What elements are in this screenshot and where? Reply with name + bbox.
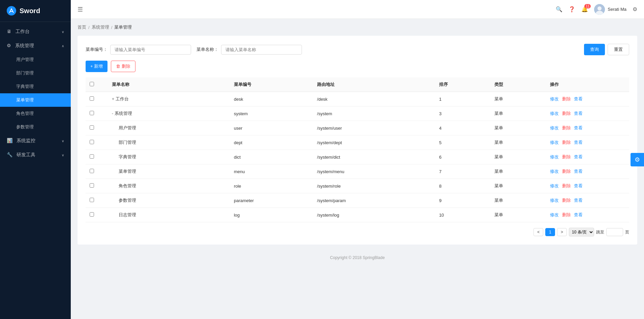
reset-button[interactable]: 重置 [608, 44, 629, 55]
edit-link-6[interactable]: 修改 [550, 183, 559, 188]
sidebar-group-header-system[interactable]: ⚙ 系统管理 ∧ [0, 39, 71, 53]
edit-link-3[interactable]: 修改 [550, 140, 559, 145]
filter-code-input[interactable] [110, 45, 191, 55]
jump-input[interactable] [606, 228, 623, 236]
main-card: 菜单编号： 菜单名称： 查询 重置 + 新增 🗑 删除 [78, 36, 637, 245]
delete-link-5[interactable]: 删除 [562, 169, 571, 174]
view-link-0[interactable]: 查看 [574, 96, 583, 101]
delete-button[interactable]: 🗑 删除 [111, 61, 135, 72]
row-type-8: 菜单 [490, 208, 546, 222]
delete-link-6[interactable]: 删除 [562, 183, 571, 188]
table-row: +工作台 desk /desk 1 菜单 修改 删除 查看 [86, 92, 629, 106]
sidebar-item-param[interactable]: 参数管理 [0, 120, 71, 134]
view-link-8[interactable]: 查看 [574, 212, 583, 217]
row-checkbox-6[interactable] [90, 183, 94, 188]
edit-link-8[interactable]: 修改 [550, 212, 559, 217]
row-checkbox-0[interactable] [90, 96, 94, 101]
row-name-6: 角色管理 [108, 179, 230, 193]
search-button[interactable]: 🔍 [556, 6, 562, 12]
row-type-5: 菜单 [490, 164, 546, 179]
sidebar-group-header-workbench[interactable]: 🖥 工作台 ∨ [0, 25, 71, 39]
sidebar-item-dept[interactable]: 部门管理 [0, 66, 71, 80]
row-type-2: 菜单 [490, 121, 546, 135]
delete-link-4[interactable]: 删除 [562, 154, 571, 159]
filter-name-input[interactable] [221, 45, 302, 55]
edit-link-0[interactable]: 修改 [550, 96, 559, 101]
edit-link-1[interactable]: 修改 [550, 111, 559, 116]
edit-link-7[interactable]: 修改 [550, 198, 559, 203]
sidebar-item-dict[interactable]: 字典管理 [0, 80, 71, 93]
row-action-2: 修改 删除 查看 [546, 121, 629, 135]
delete-link-8[interactable]: 删除 [562, 212, 571, 217]
page-1-button[interactable]: 1 [545, 228, 555, 236]
row-checkbox-5[interactable] [90, 169, 94, 173]
view-link-1[interactable]: 查看 [574, 111, 583, 116]
sidebar-group-system: ⚙ 系统管理 ∧ 用户管理 部门管理 字典管理 菜单管理 [0, 39, 71, 134]
edit-link-4[interactable]: 修改 [550, 154, 559, 159]
sidebar: Sword 🖥 工作台 ∨ ⚙ 系统管理 ∧ [0, 0, 71, 319]
notification-badge: 11 [584, 4, 591, 8]
workbench-icon: 🖥 [7, 29, 11, 34]
row-action-5: 修改 删除 查看 [546, 164, 629, 179]
row-checkbox-7[interactable] [90, 198, 94, 202]
delete-link-3[interactable]: 删除 [562, 140, 571, 145]
menu-toggle-button[interactable]: ☰ [78, 6, 83, 13]
row-checkbox-cell [86, 150, 108, 164]
edit-link-5[interactable]: 修改 [550, 169, 559, 174]
help-button[interactable]: ❓ [569, 6, 575, 12]
row-checkbox-cell [86, 106, 108, 121]
sidebar-group-header-devtools[interactable]: 🔧 研发工具 ∨ [0, 148, 71, 162]
settings-icon[interactable]: ⚙ [633, 6, 637, 12]
sidebar-group-label-devtools: 研发工具 [17, 152, 35, 157]
float-settings-button[interactable]: ⚙ [631, 153, 644, 166]
delete-link-7[interactable]: 删除 [562, 198, 571, 203]
tree-toggle[interactable]: - [112, 111, 113, 116]
row-sort-4: 6 [435, 150, 491, 164]
row-path-5: /system/menu [313, 164, 435, 179]
edit-link-2[interactable]: 修改 [550, 125, 559, 130]
breadcrumb-home[interactable]: 首页 [78, 24, 86, 30]
sidebar-item-user[interactable]: 用户管理 [0, 53, 71, 66]
view-link-5[interactable]: 查看 [574, 169, 583, 174]
row-name-1: -系统管理 [108, 106, 230, 121]
search-button[interactable]: 查询 [584, 44, 605, 55]
row-code-3: dept [230, 135, 313, 150]
user-menu-button[interactable]: Serati Ma [594, 4, 626, 15]
view-link-4[interactable]: 查看 [574, 154, 583, 159]
th-sort: 排序 [435, 77, 491, 92]
view-link-3[interactable]: 查看 [574, 140, 583, 145]
row-checkbox-8[interactable] [90, 212, 94, 217]
row-action-7: 修改 删除 查看 [546, 193, 629, 208]
breadcrumb-system[interactable]: 系统管理 [92, 24, 109, 30]
per-page-select[interactable]: 10 条/页20 条/页50 条/页 [569, 228, 594, 236]
next-page-button[interactable]: > [557, 228, 567, 236]
tree-toggle[interactable]: + [112, 96, 115, 101]
row-path-3: /system/dept [313, 135, 435, 150]
view-link-2[interactable]: 查看 [574, 125, 583, 130]
view-link-7[interactable]: 查看 [574, 198, 583, 203]
topbar-actions: 🔍 ❓ 🔔 11 Serati Ma ⚙ [556, 4, 637, 15]
row-checkbox-1[interactable] [90, 111, 94, 115]
row-checkbox-3[interactable] [90, 140, 94, 144]
delete-link-1[interactable]: 删除 [562, 111, 571, 116]
row-checkbox-cell [86, 92, 108, 106]
prev-page-button[interactable]: < [533, 228, 543, 236]
row-checkbox-2[interactable] [90, 125, 94, 130]
sidebar-item-menu[interactable]: 菜单管理 [0, 93, 71, 107]
notification-button[interactable]: 🔔 11 [581, 6, 588, 12]
row-path-0: /desk [313, 92, 435, 106]
row-path-1: /system [313, 106, 435, 121]
row-name-4: 字典管理 [108, 150, 230, 164]
delete-link-2[interactable]: 删除 [562, 125, 571, 130]
sidebar-group-label-monitor: 系统监控 [17, 138, 35, 143]
add-button[interactable]: + 新增 [86, 61, 108, 72]
sidebar-item-role[interactable]: 角色管理 [0, 107, 71, 120]
row-sort-5: 7 [435, 164, 491, 179]
row-type-0: 菜单 [490, 92, 546, 106]
sidebar-group-header-monitor[interactable]: 📊 系统监控 ∨ [0, 134, 71, 148]
select-all-checkbox[interactable] [90, 82, 94, 86]
delete-link-0[interactable]: 删除 [562, 96, 571, 101]
row-checkbox-4[interactable] [90, 154, 94, 159]
view-link-6[interactable]: 查看 [574, 183, 583, 188]
row-checkbox-cell [86, 179, 108, 193]
